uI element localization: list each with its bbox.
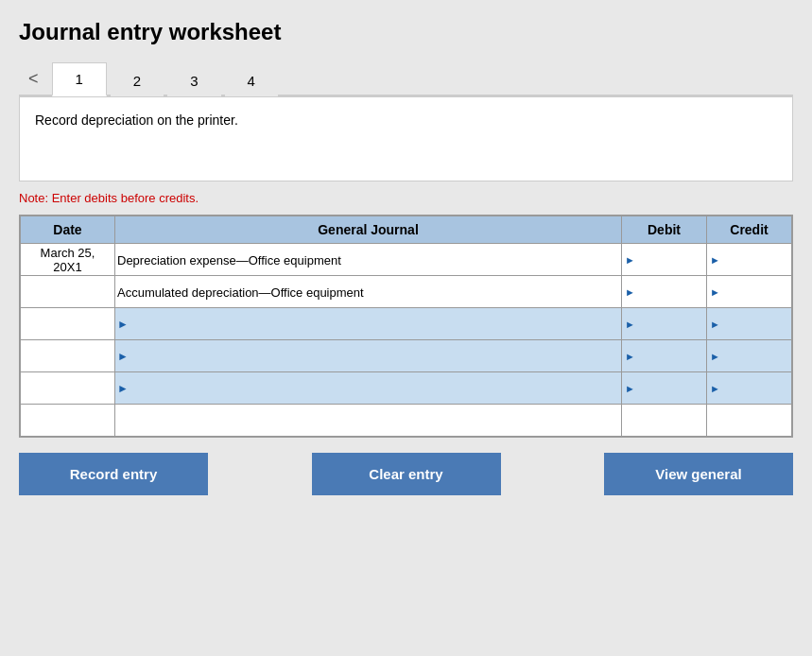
credit-arrow-icon: ► [710, 383, 720, 394]
date-cell [21, 276, 115, 308]
debit-cell[interactable]: ► [622, 372, 707, 405]
date-cell [21, 372, 115, 405]
table-row: March 25,20X1 Depreciation expense—Offic… [21, 244, 792, 276]
journal-cursor-icon: ► [117, 382, 129, 395]
credit-arrow-icon: ► [710, 351, 720, 362]
credit-cell[interactable]: ► [707, 244, 792, 276]
date-cell [21, 340, 115, 372]
col-date: Date [21, 216, 115, 244]
tab-4[interactable]: 4 [225, 65, 278, 96]
debit-cell[interactable]: ► [622, 276, 707, 308]
debit-arrow-icon: ► [625, 286, 635, 298]
tab-3[interactable]: 3 [167, 65, 220, 96]
credit-arrow-icon: ► [710, 319, 720, 330]
credit-cell[interactable] [707, 405, 792, 437]
credit-cell[interactable]: ► [707, 340, 792, 372]
tab-nav-back[interactable]: < [19, 63, 48, 95]
buttons-row: Record entry Clear entry View general [19, 453, 793, 495]
debit-arrow-icon: ► [625, 254, 635, 266]
page-title: Journal entry worksheet [19, 19, 793, 45]
journal-input-cell[interactable]: ► [115, 372, 622, 405]
journal-text: Accumulated depreciation—Office equipmen… [115, 285, 364, 300]
col-debit: Debit [622, 216, 707, 244]
tab-2[interactable]: 2 [111, 65, 164, 96]
debit-cell[interactable]: ► [622, 244, 707, 276]
date-cell: March 25,20X1 [21, 244, 115, 276]
journal-input-cell[interactable]: ► [115, 308, 622, 340]
table-row [21, 405, 792, 437]
journal-table-wrapper: Date General Journal Debit Credit March … [19, 215, 793, 438]
credit-arrow-icon: ► [710, 286, 720, 298]
debit-arrow-icon: ► [625, 319, 635, 330]
journal-input-cell[interactable]: Accumulated depreciation—Office equipmen… [115, 276, 622, 308]
description-text: Record depreciation on the printer. [35, 112, 777, 128]
button-spacer-2 [501, 453, 605, 495]
table-header-row: Date General Journal Debit Credit [21, 216, 792, 244]
col-credit: Credit [707, 216, 792, 244]
note-text: Note: Enter debits before credits. [19, 191, 793, 205]
view-general-button[interactable]: View general [604, 453, 793, 495]
debit-cell[interactable]: ► [622, 308, 707, 340]
description-box: Record depreciation on the printer. [19, 96, 793, 181]
table-row: ► ► ► [21, 308, 792, 340]
credit-arrow-icon: ► [710, 254, 720, 266]
journal-cursor-icon: ► [117, 350, 129, 363]
debit-cell[interactable] [622, 405, 707, 437]
table-row: ► ► ► [21, 372, 792, 405]
credit-cell[interactable]: ► [707, 308, 792, 340]
credit-cell[interactable]: ► [707, 276, 792, 308]
tabs-bar: < 1 2 3 4 [19, 60, 793, 96]
table-row: Accumulated depreciation—Office equipmen… [21, 276, 792, 308]
record-entry-button[interactable]: Record entry [19, 453, 208, 495]
clear-entry-button[interactable]: Clear entry [312, 453, 501, 495]
journal-input-cell[interactable]: ► [115, 340, 622, 372]
debit-cell[interactable]: ► [622, 340, 707, 372]
journal-table: Date General Journal Debit Credit March … [20, 216, 792, 437]
journal-cursor-icon: ► [117, 318, 129, 331]
journal-input-cell[interactable] [115, 405, 622, 437]
date-cell [21, 308, 115, 340]
debit-arrow-icon: ► [625, 351, 635, 362]
main-content: Note: Enter debits before credits. Date … [19, 191, 793, 495]
date-cell [21, 405, 115, 437]
tab-1[interactable]: 1 [52, 62, 107, 96]
journal-text: Depreciation expense—Office equipment [115, 253, 341, 268]
journal-input-cell[interactable]: Depreciation expense—Office equipment [115, 244, 622, 276]
debit-arrow-icon: ► [625, 383, 635, 394]
col-general-journal: General Journal [115, 216, 622, 244]
credit-cell[interactable]: ► [707, 372, 792, 405]
page-container: Journal entry worksheet < 1 2 3 4 Record… [19, 19, 793, 495]
table-row: ► ► ► [21, 340, 792, 372]
button-spacer-1 [208, 453, 312, 495]
